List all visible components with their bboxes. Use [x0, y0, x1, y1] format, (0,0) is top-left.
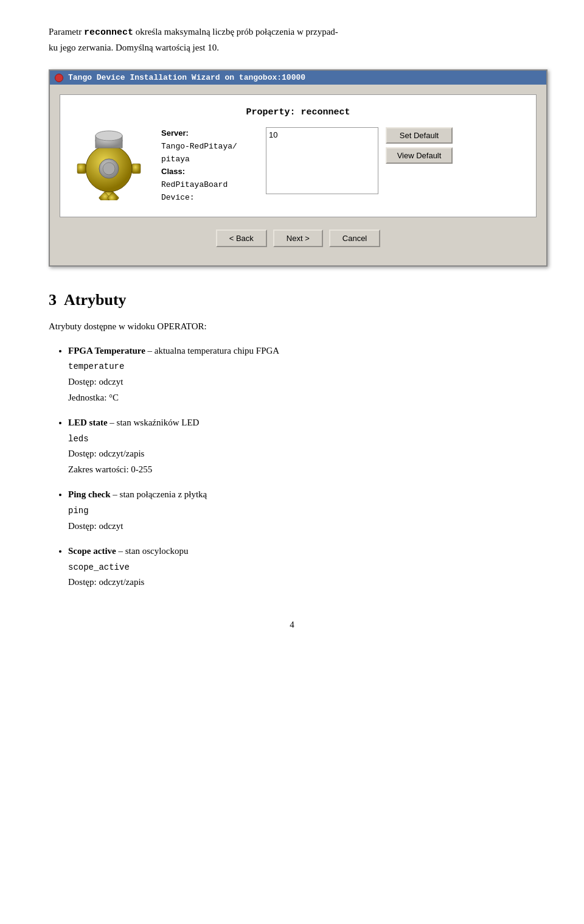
attr-code-fpga: temperature [68, 362, 124, 371]
attr-name-scope: Scope active [68, 546, 116, 556]
next-button[interactable]: Next > [273, 229, 323, 247]
back-button[interactable]: < Back [216, 229, 267, 247]
attr-desc-fpga: aktualna temperatura chipu FPGA [155, 346, 279, 355]
reconnect-code: reconnect [84, 27, 133, 38]
intro-text-line2: ku jego zerwania. Domyślną wartością jes… [49, 43, 219, 52]
close-icon[interactable] [55, 74, 63, 82]
attr-name-fpga: FPGA Temperature [68, 346, 145, 355]
section-title: Atrybuty [64, 291, 127, 309]
value-textarea[interactable]: 10 [266, 127, 378, 194]
class-label: Class: [161, 167, 185, 176]
attr-dash-led: – [109, 418, 116, 427]
attr-details-fpga: temperature Dostęp: odczyt Jednostka: °C [68, 359, 535, 405]
svg-rect-3 [77, 164, 86, 173]
attr-dash-fpga: – [148, 346, 155, 355]
server-label: Server: [161, 128, 189, 138]
set-default-button[interactable]: Set Default [386, 127, 453, 144]
attr-desc-scope: stan oscylockopu [125, 546, 189, 556]
attr-code-scope: scope_active [68, 562, 130, 572]
section-number: 3 [49, 291, 57, 309]
list-item: LED state – stan wskaźników LED leds Dos… [68, 415, 535, 477]
list-item: Ping check – stan połączenia z płytką pi… [68, 487, 535, 534]
intro-paragraph: Parametr reconnect określa maksymalną li… [49, 24, 535, 55]
gear-icon-area [72, 127, 151, 203]
attr-details-scope: scope_active Dostęp: odczyt/zapis [68, 559, 535, 590]
server-info: Server: Tango-RedPitaya/pitaya Class: Re… [161, 127, 259, 205]
attr-name-ping: Ping check [68, 489, 111, 499]
cancel-button[interactable]: Cancel [329, 229, 380, 247]
value-input-area: 10 [266, 127, 378, 197]
svg-point-10 [103, 163, 115, 175]
wizard-titlebar: Tango Device Installation Wizard on tang… [50, 71, 546, 85]
intro-text-before: Parametr [49, 27, 84, 37]
gear-icon [72, 127, 145, 200]
server-value: Tango-RedPitaya/pitaya [161, 141, 259, 166]
attr-desc-ping: stan połączenia z płytką [120, 489, 207, 499]
page-number: 4 [49, 620, 535, 630]
section-intro: Atrybuty dostępne w widoku OPERATOR: [49, 319, 535, 334]
wizard-footer: < Back Next > Cancel [60, 225, 537, 256]
attribute-list: FPGA Temperature – aktualna temperatura … [49, 343, 535, 590]
wizard-title: Tango Device Installation Wizard on tang… [68, 73, 305, 82]
list-item: FPGA Temperature – aktualna temperatura … [68, 343, 535, 405]
view-default-button[interactable]: View Default [386, 147, 453, 164]
wizard-content-area: Server: Tango-RedPitaya/pitaya Class: Re… [72, 127, 524, 205]
device-label: Device: [161, 192, 259, 205]
wizard-form: Server: Tango-RedPitaya/pitaya Class: Re… [161, 127, 453, 205]
list-item: Scope active – stan oscylockopu scope_ac… [68, 544, 535, 590]
attr-dash-ping: – [113, 489, 119, 499]
buttons-right: Set Default View Default [386, 127, 453, 164]
attr-code-ping: ping [68, 506, 89, 516]
attr-name-led: LED state [68, 418, 108, 427]
attr-desc-led: stan wskaźników LED [117, 418, 200, 427]
wizard-window: Tango Device Installation Wizard on tang… [49, 69, 548, 267]
class-value: RedPitayaBoard [161, 179, 259, 192]
attr-dash-scope: – [118, 546, 125, 556]
intro-text-after: określa maksymalną liczbę prób połączeni… [133, 27, 338, 37]
attr-code-led: leds [68, 434, 89, 444]
svg-point-13 [96, 131, 122, 141]
property-title: Property: reconnect [72, 107, 524, 117]
wizard-body: Property: reconnect [50, 85, 546, 265]
svg-rect-2 [132, 164, 141, 173]
attr-details-ping: ping Dostęp: odczyt [68, 503, 535, 534]
section-heading: 3 Atrybuty [49, 291, 535, 309]
attr-details-led: leds Dostęp: odczyt/zapis Zakres wartośc… [68, 431, 535, 478]
wizard-inner: Property: reconnect [60, 94, 537, 217]
